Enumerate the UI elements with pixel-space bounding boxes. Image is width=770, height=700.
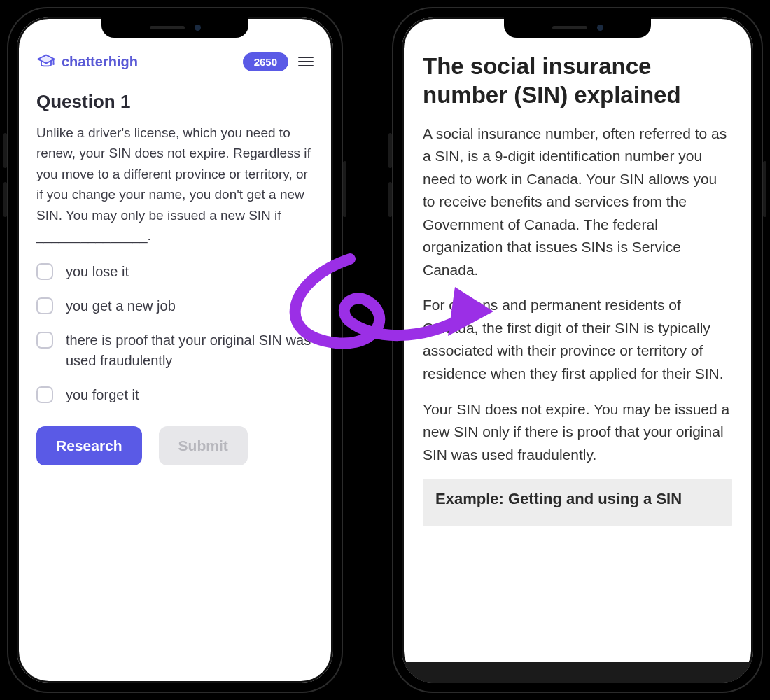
option-2[interactable]: you get a new job [36,296,314,316]
research-button[interactable]: Research [36,426,142,465]
points-badge[interactable]: 2650 [243,52,288,71]
option-4[interactable]: you forget it [36,385,314,405]
phone-notch [504,17,651,38]
options-list: you lose it you get a new job there is p… [36,262,314,405]
submit-button[interactable]: Submit [159,426,248,465]
article-view[interactable]: The social insurance number (SIN) explai… [402,17,753,683]
question-body: Unlike a driver's license, which you nee… [36,122,314,246]
article-title: The social insurance number (SIN) explai… [423,52,732,110]
brand-logo[interactable]: chatterhigh [36,52,138,71]
phone-side-button [4,133,7,168]
option-label: you lose it [66,262,129,282]
phone-notch [102,17,248,38]
menu-icon[interactable] [298,57,314,66]
phone-side-button [4,182,7,217]
bottom-bar [402,662,753,683]
graduation-cap-icon [36,52,56,71]
checkbox-icon[interactable] [36,298,53,314]
question-title: Question 1 [36,91,314,113]
checkbox-icon[interactable] [36,386,53,403]
article-paragraph: A social insurance number, often referre… [423,122,732,282]
article-paragraph: Your SIN does not expire. You may be iss… [423,398,732,467]
phone-side-button [388,133,392,168]
svg-point-0 [52,63,55,65]
option-label: you get a new job [66,296,176,316]
phone-side-button [343,161,346,217]
phone-side-button [388,182,392,217]
phone-mockup-left: chatterhigh 2650 Question 1 Unlike a dri… [7,7,343,693]
checkbox-icon[interactable] [36,263,53,280]
phone-side-button [763,161,766,217]
checkbox-icon[interactable] [36,332,53,349]
brand-name: chatterhigh [62,54,138,70]
phone-mockup-right: The social insurance number (SIN) explai… [392,7,763,693]
option-1[interactable]: you lose it [36,262,314,282]
example-heading: Example: Getting and using a SIN [435,490,720,508]
example-callout: Example: Getting and using a SIN [423,479,732,526]
option-3[interactable]: there is proof that your original SIN wa… [36,330,314,371]
article-paragraph: For citizens and permanent residents of … [423,294,732,385]
option-label: there is proof that your original SIN wa… [66,330,314,371]
option-label: you forget it [66,385,139,405]
